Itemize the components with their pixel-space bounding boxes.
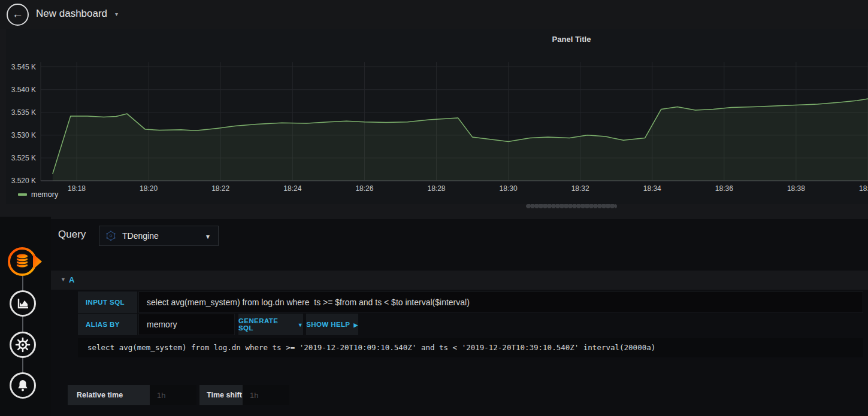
svg-text:18:18: 18:18 [68, 184, 86, 193]
show-help-button[interactable]: SHOW HELP ▶ [306, 314, 358, 335]
time-shift-label: Time shift [199, 385, 243, 405]
tab-visualization[interactable] [10, 290, 36, 317]
chevron-down-icon: ▾ [115, 11, 118, 17]
svg-text:18:36: 18:36 [715, 184, 733, 193]
svg-text:18:24: 18:24 [283, 184, 301, 193]
bell-icon [16, 378, 30, 393]
tab-connector [22, 358, 23, 374]
generated-sql-preview: select avg(mem_system) from log.dn where… [78, 338, 863, 357]
arrow-left-icon: ← [12, 8, 23, 21]
time-shift-input[interactable] [243, 385, 289, 405]
dashboard-title[interactable]: New dashboard [36, 8, 107, 20]
back-button[interactable]: ← [7, 4, 29, 26]
svg-text:18:40: 18:40 [859, 184, 868, 193]
chart-icon [16, 296, 30, 311]
svg-text:18:34: 18:34 [643, 184, 661, 193]
svg-text:3.530 K: 3.530 K [11, 131, 36, 139]
alias-by-label: ALIAS BY [78, 314, 137, 335]
graph-panel: Panel Title 18:1818:2018:2218:2418:2618:… [6, 29, 868, 204]
relative-time-input[interactable] [150, 385, 196, 405]
datasource-name: TDengine [122, 231, 159, 241]
svg-text:3.520 K: 3.520 K [11, 177, 36, 185]
chevron-down-icon: ▼ [205, 233, 211, 240]
tab-general[interactable] [10, 332, 36, 358]
top-navbar: ← New dashboard ▾ [0, 0, 868, 29]
relative-time-label: Relative time [68, 385, 150, 405]
generate-sql-button[interactable]: GENERATE SQL ▼ [238, 314, 303, 335]
tab-alert[interactable] [10, 372, 36, 399]
svg-text:3.525 K: 3.525 K [11, 154, 36, 162]
tab-connector [22, 317, 23, 332]
legend-label: memory [31, 190, 58, 199]
line-chart[interactable]: 18:1818:2018:2218:2418:2618:2818:3018:32… [6, 57, 868, 198]
input-sql-field[interactable] [138, 291, 863, 313]
chevron-down-icon: ▼ [298, 322, 303, 328]
query-section-label: Query [58, 229, 86, 241]
svg-text:18:38: 18:38 [787, 184, 805, 193]
legend-item-memory[interactable]: memory [18, 190, 58, 199]
generate-sql-label: GENERATE SQL [238, 317, 294, 332]
legend-swatch [18, 193, 27, 196]
query-editor-section: Query TDengine ▼ ▼ A INPUT SQL ALIAS BY … [51, 219, 868, 416]
collapse-caret-icon: ▼ [61, 277, 66, 283]
svg-text:18:26: 18:26 [355, 184, 373, 193]
svg-text:18:22: 18:22 [211, 184, 229, 193]
svg-text:18:30: 18:30 [500, 184, 518, 193]
tab-queries[interactable] [6, 245, 43, 278]
panel-title[interactable]: Panel Title [552, 35, 591, 44]
svg-text:18:32: 18:32 [571, 184, 589, 193]
svg-text:3.540 K: 3.540 K [11, 86, 36, 94]
svg-text:3.535 K: 3.535 K [11, 108, 36, 117]
svg-text:3.545 K: 3.545 K [11, 63, 36, 71]
query-row-header[interactable]: ▼ A [51, 271, 868, 290]
input-sql-label: INPUT SQL [78, 291, 137, 313]
datasource-picker[interactable]: TDengine ▼ [99, 226, 219, 246]
database-icon [6, 245, 43, 278]
chevron-right-icon: ▶ [353, 322, 358, 328]
svg-text:18:20: 18:20 [140, 184, 158, 193]
query-ref-id: A [69, 275, 74, 284]
show-help-label: SHOW HELP [306, 321, 350, 328]
gear-icon [15, 337, 31, 353]
svg-text:18:28: 18:28 [427, 184, 445, 193]
alias-by-field[interactable] [138, 314, 235, 335]
tdengine-logo-icon [105, 230, 116, 241]
panel-resize-handle[interactable] [526, 204, 617, 208]
